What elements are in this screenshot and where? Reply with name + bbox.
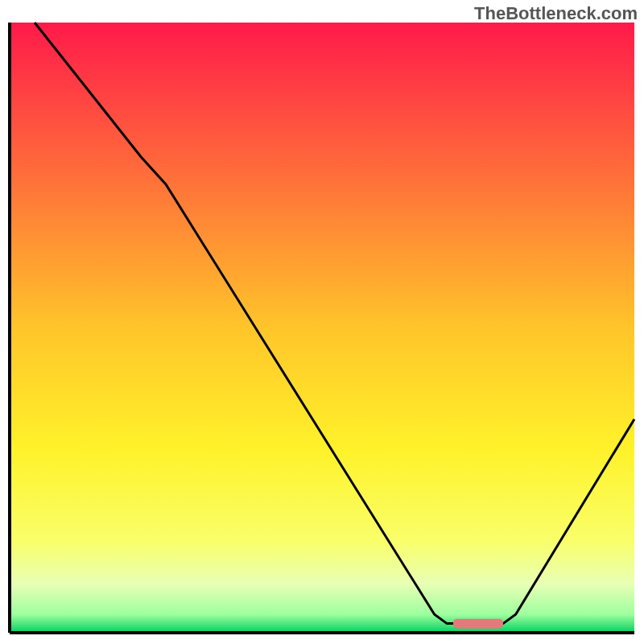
optimal-marker [453,619,503,629]
bottleneck-chart [0,0,644,644]
chart-container: TheBottleneck.com [0,0,644,644]
watermark-text: TheBottleneck.com [474,3,638,24]
gradient-background [10,23,634,633]
